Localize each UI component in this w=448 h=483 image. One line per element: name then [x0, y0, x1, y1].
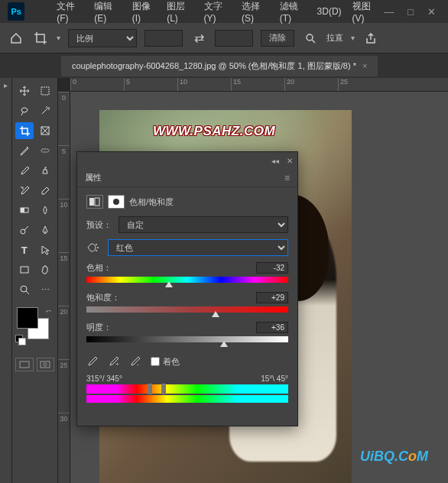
blur-tool[interactable] — [37, 202, 55, 219]
sidebar-collapse-handle[interactable]: ▸ — [0, 78, 12, 483]
properties-tab[interactable]: 属性 — [85, 172, 102, 183]
quickmask-mode[interactable] — [37, 358, 55, 371]
rectangle-tool[interactable] — [15, 261, 34, 278]
standard-mode[interactable] — [15, 358, 34, 371]
window-maximize-icon[interactable]: □ — [407, 6, 414, 18]
menu-select[interactable]: 选择(S) — [237, 0, 274, 26]
lasso-tool[interactable] — [15, 102, 34, 119]
default-colors-icon[interactable] — [15, 335, 26, 345]
panel-collapse-icon[interactable]: ◂◂ — [271, 157, 279, 165]
window-close-icon[interactable]: ✕ — [427, 6, 436, 18]
zoom-tool[interactable] — [15, 281, 34, 298]
saturation-slider[interactable] — [86, 306, 288, 314]
range-right-value: 15°\ 45° — [261, 374, 288, 383]
history-brush-tool[interactable] — [15, 182, 34, 199]
healing-brush-tool[interactable] — [37, 142, 55, 159]
preset-label: 预设： — [86, 219, 114, 231]
chevron-down-icon[interactable]: ▾ — [57, 34, 60, 42]
hue-value[interactable]: -32 — [256, 262, 288, 274]
svg-line-1 — [312, 40, 315, 43]
search-icon[interactable] — [302, 30, 319, 47]
magic-wand-tool[interactable] — [37, 102, 55, 119]
targeted-adjust-icon[interactable] — [86, 242, 103, 254]
channel-select[interactable]: 红色 — [108, 239, 288, 256]
pen-tool[interactable] — [37, 222, 55, 238]
menu-image[interactable]: 图像(I) — [128, 0, 161, 26]
eyedropper-add-icon[interactable]: + — [108, 355, 122, 368]
gradient-tool[interactable] — [15, 202, 34, 219]
menu-view[interactable]: 视图(V) — [348, 0, 385, 26]
clear-button[interactable]: 清除 — [261, 30, 294, 47]
crop-height-input[interactable] — [215, 30, 253, 47]
ratio-mode-select[interactable]: 比例 — [68, 29, 137, 47]
tab-title: couplephotography-6004268_1280.jpg @ 50%… — [72, 60, 356, 72]
path-selection-tool[interactable] — [37, 242, 55, 258]
hue-label: 色相： — [86, 262, 112, 274]
clone-stamp-tool[interactable] — [37, 162, 55, 179]
hue-slider[interactable] — [86, 277, 288, 284]
menubar: 文件(F) 编辑(E) 图像(I) 图层(L) 文字(Y) 选择(S) 滤镜(T… — [24, 2, 384, 21]
menu-3d[interactable]: 3D(D) — [313, 4, 346, 19]
lightness-value[interactable]: +36 — [256, 322, 288, 333]
eyedropper-tool[interactable] — [15, 142, 34, 159]
color-swatches[interactable]: ⤺ — [15, 307, 49, 341]
svg-point-16 — [44, 363, 47, 366]
panel-close-icon[interactable]: ✕ — [287, 157, 293, 165]
frame-tool[interactable] — [37, 122, 55, 139]
color-range-bar-bottom[interactable] — [86, 395, 288, 403]
colorize-checkbox[interactable]: 着色 — [151, 356, 180, 368]
brush-tool[interactable] — [15, 162, 34, 179]
saturation-value[interactable]: +29 — [256, 292, 288, 303]
foreground-color-swatch[interactable] — [17, 307, 38, 329]
hand-tool[interactable] — [37, 261, 55, 278]
svg-point-12 — [21, 286, 27, 292]
mask-icon[interactable] — [108, 195, 125, 209]
svg-point-21 — [97, 247, 99, 248]
lightness-label: 明度： — [86, 322, 112, 333]
watermark-text: WWW.PSAHZ.COM — [153, 124, 275, 139]
svg-rect-8 — [21, 208, 24, 212]
svg-rect-6 — [41, 149, 49, 152]
menu-file[interactable]: 文件(F) — [52, 0, 88, 26]
properties-panel: ◂◂ ✕ 属性 ≡ 色相/饱和度 预设： 自定 红色 色相：-32 饱和度：+2… — [76, 151, 298, 426]
window-minimize-icon[interactable]: — — [384, 6, 394, 18]
eyedropper-subtract-icon[interactable]: - — [129, 355, 143, 368]
svg-point-19 — [113, 199, 119, 205]
document-tab[interactable]: couplephotography-6004268_1280.jpg @ 50%… — [61, 56, 378, 76]
swap-colors-icon[interactable]: ⤺ — [46, 307, 52, 315]
watermark-uibq: UiBQ.CoM — [360, 449, 428, 465]
eyedropper-set-icon[interactable] — [86, 355, 100, 368]
svg-rect-2 — [41, 87, 49, 95]
share-icon[interactable] — [362, 30, 379, 47]
options-bar: ▾ 比例 ⇄ 清除 拉直 ▾ — [0, 23, 448, 53]
type-tool[interactable]: T — [15, 242, 34, 258]
lightness-slider[interactable] — [86, 336, 288, 344]
toolbox: T ⋯ ⤺ — [12, 78, 58, 483]
color-range-bar-top[interactable] — [86, 384, 288, 394]
adjustment-type-icon — [86, 195, 103, 209]
eraser-tool[interactable] — [37, 182, 55, 199]
home-icon[interactable] — [8, 30, 24, 47]
marquee-tool[interactable] — [37, 83, 55, 99]
edit-toolbar[interactable]: ⋯ — [37, 281, 55, 298]
move-tool[interactable] — [15, 83, 34, 99]
svg-rect-18 — [95, 198, 99, 206]
menu-edit[interactable]: 编辑(E) — [89, 0, 126, 26]
menu-type[interactable]: 文字(Y) — [200, 0, 236, 26]
crop-width-input[interactable] — [144, 30, 183, 47]
dodge-tool[interactable] — [15, 222, 34, 238]
menu-layer[interactable]: 图层(L) — [162, 0, 197, 26]
tab-close-icon[interactable]: × — [362, 61, 367, 70]
ps-logo: Ps — [8, 2, 24, 21]
svg-line-10 — [24, 226, 28, 230]
saturation-label: 饱和度： — [86, 292, 120, 303]
straighten-label[interactable]: 拉直 — [326, 32, 343, 44]
swap-dimensions-icon[interactable]: ⇄ — [190, 30, 207, 47]
panel-menu-icon[interactable]: ≡ — [284, 173, 290, 183]
crop-tool-icon[interactable] — [32, 30, 49, 47]
preset-select[interactable]: 自定 — [118, 216, 288, 233]
menu-filter[interactable]: 滤镜(T) — [275, 0, 311, 26]
crop-tool[interactable] — [15, 122, 34, 139]
adjustment-name: 色相/饱和度 — [129, 196, 174, 208]
chevron-down-icon[interactable]: ▾ — [351, 34, 355, 42]
